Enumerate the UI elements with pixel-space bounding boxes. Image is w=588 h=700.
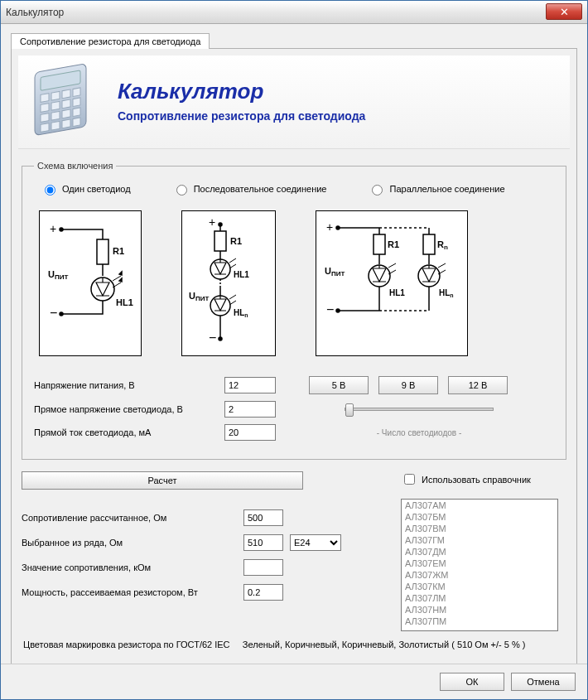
svg-rect-10 — [41, 113, 49, 123]
radio-single[interactable]: Один светодиод — [41, 182, 131, 196]
list-item[interactable]: АЛ307НМ — [402, 604, 557, 616]
reference-listbox[interactable]: АЛ307АМ АЛ307БМ АЛ307ВМ АЛ307ГМ АЛ307ДМ … — [401, 499, 558, 631]
svg-text:UПИТ: UПИТ — [48, 269, 68, 281]
r-std-output[interactable] — [243, 534, 283, 551]
preset-row: 5 В 9 В 12 В — [309, 376, 508, 394]
lower-right: Использовать справочник АЛ307АМ АЛ307БМ … — [401, 471, 566, 631]
hero: Калькулятор Сопротивление резистора для … — [18, 56, 570, 149]
svg-text:+: + — [326, 220, 333, 234]
svg-text:UПИТ: UПИТ — [189, 291, 209, 302]
fwdi-label: Прямой ток светодиода, мА — [34, 427, 216, 437]
svg-rect-8 — [62, 99, 70, 109]
led-count-slider-area — [284, 408, 554, 411]
led-count-caption: - Число светодиодов - — [377, 428, 461, 437]
r-calc-output[interactable] — [243, 509, 283, 526]
cancel-button[interactable]: Отмена — [511, 673, 576, 691]
r-kohm-label: Значение сопротивления, кОм — [22, 562, 237, 572]
hero-subtitle: Сопротивление резистора для светодиода — [118, 109, 365, 123]
tab-body: Калькулятор Сопротивление резистора для … — [11, 49, 577, 664]
app-window: Калькулятор ✕ Сопротивление резистора дл… — [0, 0, 588, 700]
list-item[interactable]: АЛ307ДМ — [402, 546, 557, 558]
svg-rect-11 — [51, 111, 60, 120]
list-item[interactable]: АЛ307ВМ — [402, 523, 557, 534]
radio-series-input[interactable] — [176, 185, 187, 196]
row-r-std: Выбранное из ряда, Ом E24 — [22, 534, 384, 551]
radio-series[interactable]: Последовательное соединение — [172, 182, 327, 196]
svg-rect-3 — [51, 91, 60, 100]
diagrams: + − UПИТ R1 — [34, 205, 554, 369]
svg-text:HL1: HL1 — [234, 270, 249, 279]
row-r-kohm: Значение сопротивления, кОм — [22, 559, 384, 576]
led-count-slider[interactable] — [345, 408, 494, 411]
fwdv-label: Прямое напряжение светодиода, В — [34, 404, 216, 414]
list-item[interactable]: АЛ307ЕМ — [402, 558, 557, 569]
row-fwdv: Прямое напряжение светодиода, В — [34, 401, 554, 418]
svg-rect-23 — [97, 239, 108, 264]
svg-text:HL1: HL1 — [389, 288, 405, 297]
tab-resistor[interactable]: Сопротивление резистора для светодиода — [11, 33, 210, 49]
lower-left: Расчет Сопротивление рассчитанное, Ом Вы… — [22, 471, 384, 631]
radio-single-label: Один светодиод — [62, 184, 131, 194]
series-select[interactable]: E24 — [290, 534, 341, 551]
svg-text:HLn: HLn — [439, 288, 454, 298]
hero-text: Калькулятор Сопротивление резистора для … — [118, 79, 365, 123]
calculate-button[interactable]: Расчет — [22, 471, 303, 490]
svg-rect-6 — [41, 104, 49, 113]
svg-rect-2 — [41, 94, 49, 103]
svg-rect-7 — [51, 101, 60, 110]
list-item[interactable]: АЛ307ЛМ — [402, 592, 557, 604]
svg-rect-15 — [51, 121, 60, 130]
preset-12v-button[interactable]: 12 В — [448, 376, 508, 394]
preset-5v-button[interactable]: 5 В — [309, 376, 369, 394]
use-ref-row: Использовать справочник — [401, 471, 566, 487]
svg-rect-16 — [62, 119, 70, 128]
scheme-legend: Схема включения — [34, 161, 116, 171]
svg-rect-14 — [41, 123, 49, 133]
r-kohm-output[interactable] — [243, 559, 283, 576]
colorcode-label: Цветовая маркировка резистора по ГОСТ/62… — [23, 640, 230, 649]
radio-parallel[interactable]: Параллельное соединение — [368, 182, 504, 196]
svg-rect-43 — [374, 234, 385, 254]
preset-9v-button[interactable]: 9 В — [378, 376, 438, 394]
list-item[interactable]: АЛ307АМ — [402, 500, 557, 511]
row-power: Мощность, рассеиваемая резистором, Вт — [22, 584, 384, 601]
svg-rect-47 — [423, 234, 435, 254]
footer: ОК Отмена — [1, 664, 587, 699]
supply-input[interactable] — [224, 377, 276, 393]
svg-rect-12 — [62, 109, 70, 118]
radio-parallel-input[interactable] — [372, 185, 383, 196]
svg-rect-5 — [73, 88, 80, 97]
titlebar: Калькулятор ✕ — [1, 1, 587, 24]
radio-parallel-label: Параллельное соединение — [389, 184, 504, 194]
window-title: Калькулятор — [6, 7, 64, 18]
svg-text:Rn: Rn — [437, 239, 448, 251]
list-item[interactable]: АЛ307КМ — [402, 581, 557, 592]
power-output[interactable] — [243, 584, 283, 601]
svg-text:R1: R1 — [230, 236, 242, 246]
lower: Расчет Сопротивление рассчитанное, Ом Вы… — [22, 471, 566, 631]
list-item[interactable]: АЛ307ЖМ — [402, 569, 557, 581]
led-count-caption-area: - Число светодиодов - — [284, 428, 554, 437]
r-calc-label: Сопротивление рассчитанное, Ом — [22, 513, 237, 523]
svg-text:+: + — [50, 222, 56, 235]
svg-text:R1: R1 — [113, 246, 124, 256]
list-item[interactable]: АЛ307ПМ — [402, 616, 557, 627]
radio-single-input[interactable] — [45, 185, 55, 196]
svg-text:+: + — [209, 216, 215, 229]
r-std-label: Выбранное из ряда, Ом — [22, 538, 237, 548]
use-ref-checkbox[interactable] — [404, 474, 415, 485]
svg-point-36 — [219, 337, 222, 340]
fwdi-input[interactable] — [224, 424, 276, 441]
list-item[interactable]: АЛ307ГМ — [402, 534, 557, 546]
list-item[interactable]: АЛ307БМ — [402, 511, 557, 523]
svg-rect-17 — [73, 118, 80, 127]
close-button[interactable]: ✕ — [546, 3, 582, 20]
close-icon: ✕ — [560, 6, 569, 18]
diagram-single: + − UПИТ R1 — [39, 210, 142, 356]
slider-thumb[interactable] — [345, 403, 354, 417]
svg-text:−: − — [326, 302, 334, 316]
scheme-radio-row: Один светодиод Последовательное соединен… — [34, 179, 554, 205]
svg-text:R1: R1 — [388, 239, 399, 249]
ok-button[interactable]: ОК — [440, 673, 504, 691]
fwdv-input[interactable] — [224, 401, 276, 418]
